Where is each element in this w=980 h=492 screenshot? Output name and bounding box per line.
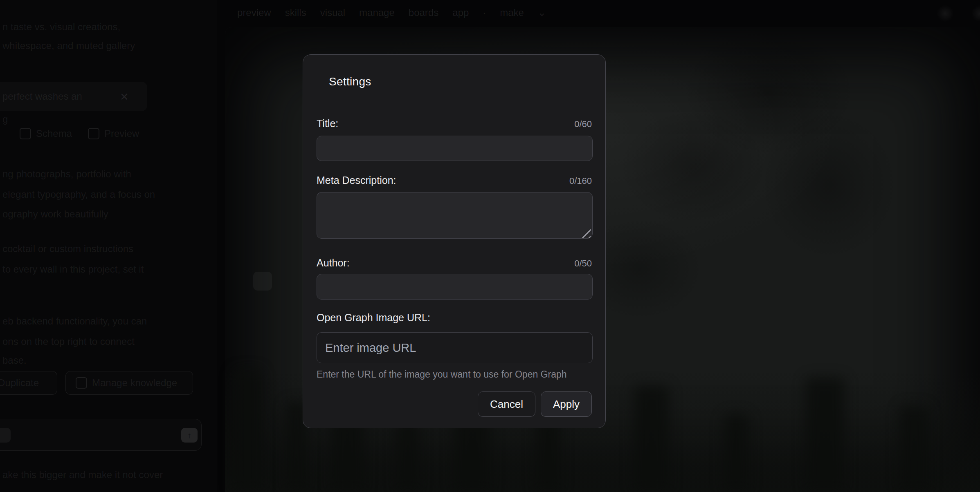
author-char-counter: 0/50 [574,258,592,269]
schema-toggle: Schema [20,128,72,139]
topbar-item: app [452,7,469,18]
topbar-item: visual [320,7,345,18]
send-button: ↑ [181,428,198,443]
divider [317,99,592,99]
attach-icon [0,428,11,443]
preview-checkbox-icon [88,128,99,139]
chat-text-line: whitespace, and muted gallery [2,40,135,51]
meta-description-textarea[interactable] [317,192,593,239]
context-chip-label: perfect washes an [2,91,82,102]
schema-checkbox-icon [20,128,31,139]
meta-description-field-label: Meta Description: [317,174,396,186]
apply-button[interactable]: Apply [541,391,592,417]
author-input[interactable] [317,274,593,300]
meta-description-char-counter: 0/160 [569,176,592,186]
chat-sidebar: n taste vs. visual creations, whitespace… [0,0,217,492]
screen: preview skills visual manage boards app … [0,0,980,492]
preview-toggle-label: Preview [104,128,139,139]
chat-text-line: ng photographs, portfolio with [2,168,131,180]
topbar-item: make [500,7,524,18]
chevron-down-icon: ⌄ [538,7,546,18]
chat-text-line: eb backend functionality, you can [2,315,147,327]
topbar-item: manage [359,7,395,18]
chat-text-line: elegant typography, and a focus on [2,189,155,200]
chat-text-line: base. [2,355,27,366]
manage-knowledge-button: Manage knowledge [65,371,193,395]
send-icon: ↑ [187,431,191,440]
topbar-item: boards [409,7,438,18]
modal-title: Settings [329,75,592,88]
preview-toggle: Preview [88,128,139,139]
chat-text-line: ons on the top right to connect [2,336,135,347]
duplicate-button: Duplicate [0,371,57,395]
chat-text-line: ake this bigger and make it not cover [2,469,163,481]
topbar-item: preview [237,7,271,18]
chat-text-line: ography work beautifully [2,208,108,220]
chat-text-line: g [2,114,8,125]
topbar-menu-icon [971,5,980,22]
title-char-counter: 0/60 [574,119,592,130]
manage-knowledge-label: Manage knowledge [92,377,177,389]
separator-dot: · [483,7,486,18]
og-image-url-field-label: Open Graph Image URL: [317,312,430,324]
chat-text-line: to every wall in this project, set it [2,264,144,275]
floating-widget [253,272,272,291]
topbar-item: skills [285,7,306,18]
chat-text-line: cocktail or custom instructions [2,243,133,255]
chat-text-line: n taste vs. visual creations, [2,21,120,33]
title-field-label: Title: [317,118,338,130]
knowledge-icon [76,377,87,389]
chat-composer-input [0,419,202,451]
author-field-label: Author: [317,257,350,269]
cancel-button[interactable]: Cancel [478,391,535,417]
topbar-avatar [937,5,954,22]
og-image-url-helper-text: Enter the URL of the image you want to u… [317,369,592,380]
settings-modal: Settings Title: 0/60 Meta Description: 0… [303,54,606,428]
close-icon: ✕ [120,91,129,103]
schema-toggle-label: Schema [36,128,72,139]
title-input[interactable] [317,136,593,161]
duplicate-button-label: Duplicate [0,377,39,389]
topbar-breadcrumb: preview skills visual manage boards app … [237,7,546,18]
og-image-url-input[interactable] [317,332,593,363]
